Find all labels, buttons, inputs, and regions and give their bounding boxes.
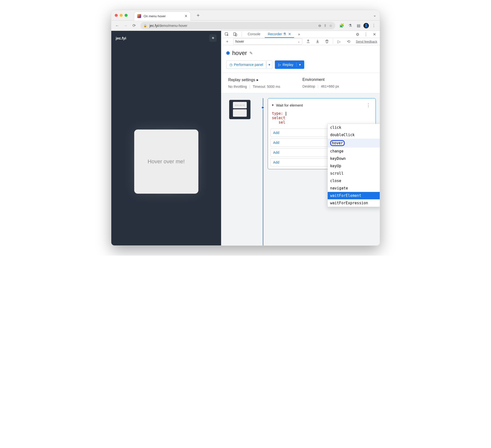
address-bar[interactable]: 🔒 jec.fyi/demo/menu-hover ⊖ ⇧ ☆ (140, 22, 335, 29)
dropdown-option[interactable]: doubleClick (328, 131, 380, 139)
flask-icon: ⚗ (283, 32, 286, 36)
devtools-menu-icon[interactable]: ⋮ (362, 31, 369, 38)
forward-button[interactable]: → (122, 22, 129, 29)
edit-title-icon[interactable]: ✎ (249, 51, 253, 56)
dropdown-option[interactable]: waitForExpression (328, 199, 380, 207)
extensions-icon[interactable]: 🧩 (338, 22, 345, 29)
lock-icon: 🔒 (143, 24, 147, 27)
replay-dropdown[interactable]: ▾ (296, 63, 301, 67)
recorder-settings: Replay settings▸ No throttling | Timeout… (221, 73, 380, 93)
steps-timeline: Hover over me! ▼ Wait for element ⋮ (221, 93, 380, 246)
step-play-icon[interactable]: ▷ (336, 38, 342, 45)
dropdown-option-selected[interactable]: waitForElement (328, 192, 380, 199)
delete-icon[interactable] (323, 38, 330, 45)
url-host: jec.fyi/demo/menu-hover (150, 24, 187, 28)
step-thumbnail[interactable]: Hover over me! (229, 100, 251, 119)
device-value: Desktop (302, 84, 315, 88)
page-brand[interactable]: jec.fyi (116, 36, 126, 40)
recording-title: hover (232, 50, 247, 56)
reload-button[interactable]: ⟳ (131, 22, 137, 29)
back-button[interactable]: ← (114, 22, 121, 29)
favicon-icon (137, 14, 141, 18)
caret-down-icon[interactable]: ▼ (271, 104, 274, 107)
browser-toolbar: ← → ⟳ 🔒 jec.fyi/demo/menu-hover ⊖ ⇧ ☆ 🧩 … (111, 20, 380, 31)
environment-header: Environment (302, 77, 339, 82)
divider (242, 32, 242, 37)
performance-panel-button-group: ◷ Performance panel ▾ (226, 60, 272, 69)
recorder-header: hover ✎ ◷ Performance panel ▾ ▷ Replay (221, 45, 380, 73)
chevron-right-icon: ▸ (257, 77, 259, 82)
recorder-toolbar: ＋ hover ⌄ ▷ ⟲ Send feedback (221, 38, 380, 45)
labs-icon[interactable]: ⚗ (347, 22, 354, 29)
recording-dot-icon (226, 51, 230, 55)
dropdown-option[interactable]: keyDown (328, 155, 380, 162)
close-devtools-icon[interactable]: ✕ (371, 31, 378, 38)
recording-name: hover (235, 39, 244, 43)
tabs-overflow-icon[interactable]: ⌄ (373, 13, 376, 18)
minimize-window-icon[interactable] (120, 14, 123, 17)
browser-window: On menu hover ✕ ＋ ⌄ ← → ⟳ 🔒 jec.fyi/demo… (111, 10, 380, 246)
recording-selector[interactable]: hover ⌄ (233, 38, 302, 45)
device-mode-icon[interactable] (232, 31, 239, 38)
dropdown-option-hover[interactable]: hover (328, 139, 380, 148)
new-tab-button[interactable]: ＋ (196, 12, 201, 19)
maximize-window-icon[interactable] (125, 14, 128, 17)
tab-recorder[interactable]: Recorder ⚗ ✕ (265, 31, 294, 38)
performance-panel-button[interactable]: ◷ Performance panel (226, 60, 266, 69)
devtools-panel: Console Recorder ⚗ ✕ » ⚙ ⋮ ✕ ＋ hover ⌄ (221, 31, 380, 245)
zoom-out-icon[interactable]: ⊖ (318, 24, 321, 28)
tab-title: On menu hover (144, 14, 182, 18)
send-feedback-link[interactable]: Send feedback (356, 40, 377, 43)
throttling-value: No throttling (228, 85, 247, 89)
performance-panel-dropdown[interactable]: ▾ (266, 60, 272, 69)
dropdown-option[interactable]: keyUp (328, 162, 380, 170)
hover-card[interactable]: Hover over me! (134, 130, 198, 194)
viewport-value: 461×660 px (321, 84, 339, 88)
import-icon[interactable] (314, 38, 321, 45)
webpage: jec.fyi ☀ Hover over me! (111, 31, 221, 245)
panel-icon[interactable]: ▤ (355, 22, 362, 29)
close-window-icon[interactable] (115, 14, 118, 17)
theme-toggle[interactable]: ☀ (209, 34, 217, 42)
content-area: jec.fyi ☀ Hover over me! Console Recorde… (111, 31, 380, 245)
browser-tab[interactable]: On menu hover ✕ (134, 12, 191, 20)
play-icon: ▷ (278, 63, 281, 67)
traffic-lights (115, 14, 128, 17)
type-autocomplete-dropdown: click doubleClick hover change keyDown k… (327, 124, 380, 207)
tab-console[interactable]: Console (245, 31, 263, 38)
dropdown-option[interactable]: navigate (328, 185, 380, 192)
dropdown-option[interactable]: scroll (328, 170, 380, 177)
browser-menu-icon[interactable]: ⋮ (370, 22, 377, 29)
text-cursor (286, 112, 286, 116)
replay-settings-header[interactable]: Replay settings▸ (228, 77, 280, 82)
dropdown-option[interactable]: click (328, 124, 380, 131)
settings-icon[interactable]: ⚙ (354, 31, 361, 38)
titlebar: On menu hover ✕ ＋ ⌄ (111, 10, 380, 20)
devtools-tabbar: Console Recorder ⚗ ✕ » ⚙ ⋮ ✕ (221, 31, 380, 38)
dropdown-option[interactable]: close (328, 177, 380, 185)
share-icon[interactable]: ⇧ (324, 24, 327, 28)
export-icon[interactable] (305, 38, 312, 45)
inspect-icon[interactable] (223, 31, 230, 38)
step-menu-icon[interactable]: ⋮ (366, 102, 372, 108)
divider (333, 39, 333, 44)
step-title: Wait for element (276, 103, 303, 107)
slow-replay-icon[interactable]: ⟲ (345, 38, 352, 45)
replay-button[interactable]: ▷ Replay ▾ (275, 60, 304, 69)
timeout-value: Timeout: 5000 ms (253, 85, 280, 89)
hover-card-text: Hover over me! (148, 158, 185, 165)
chevron-down-icon: ⌄ (298, 40, 300, 43)
bookmark-icon[interactable]: ☆ (329, 24, 332, 28)
tab-close-icon[interactable]: ✕ (288, 32, 291, 36)
gauge-icon: ◷ (229, 63, 232, 67)
profile-avatar[interactable]: 👤 (363, 23, 369, 28)
add-recording-button[interactable]: ＋ (224, 38, 231, 45)
tab-close-icon[interactable]: ✕ (185, 14, 188, 18)
dropdown-option[interactable]: change (328, 148, 380, 155)
step-dot-icon (261, 106, 264, 109)
more-tabs-icon[interactable]: » (296, 31, 302, 38)
